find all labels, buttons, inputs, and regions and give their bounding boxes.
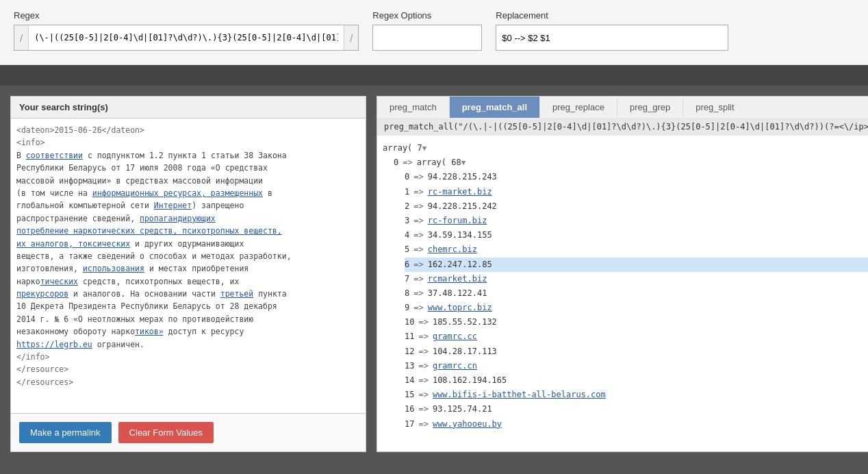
results-panel[interactable]: array( 7 ▼ 0 => array( 68 ▼ 0=>94.228.21…: [376, 136, 868, 452]
options-label: Regex Options: [372, 10, 482, 21]
replacement-input[interactable]: [496, 25, 728, 51]
link-narc2[interactable]: тиков»: [135, 327, 164, 336]
result-value[interactable]: www.toprc.biz: [428, 301, 492, 314]
outer-array-label: array( 7: [383, 142, 422, 155]
result-value: 185.55.52.132: [433, 316, 497, 329]
result-value[interactable]: www.bifis-i-batthet-all-belarus.com: [433, 388, 606, 401]
tab-preg-grep[interactable]: preg_grep: [617, 97, 683, 118]
left-panel: Your search string(s) <dateon>2015-06-26…: [10, 96, 366, 452]
outer-array-row: array( 7 ▼: [383, 141, 868, 155]
table-row: 6=>162.247.12.85: [405, 258, 868, 272]
result-value: 108.162.194.165: [433, 374, 507, 387]
result-index: 14: [405, 374, 414, 387]
para-text-1: В: [16, 151, 26, 160]
result-value: 94.228.215.243: [428, 171, 497, 184]
tab-preg-match-all[interactable]: preg_match_all: [450, 97, 540, 118]
result-value[interactable]: gramrc.cc: [433, 330, 477, 343]
result-arrow: =>: [418, 345, 428, 358]
regex-slash-right: /: [344, 25, 358, 50]
result-value: 162.247.12.85: [428, 258, 492, 271]
link-prekursor[interactable]: прекурсоров: [16, 289, 68, 299]
link-tretey[interactable]: третьей: [220, 289, 253, 299]
permalink-button[interactable]: Make a permalink: [19, 422, 112, 443]
options-field-group: Regex Options: [372, 10, 482, 51]
result-index: 1: [405, 186, 409, 199]
link-narc[interactable]: тических: [40, 277, 78, 286]
group0-expand-arrow[interactable]: ▼: [461, 157, 466, 169]
resource-close-tag: </resource>: [16, 364, 68, 374]
main-content: Your search string(s) <dateon>2015-06-26…: [0, 86, 868, 462]
link-info[interactable]: информационных ресурсах, размещенных: [92, 188, 263, 198]
group0-array: array( 68: [417, 156, 461, 169]
result-index: 10: [405, 316, 414, 329]
result-arrow: =>: [418, 403, 428, 416]
link-sootv[interactable]: соответствии: [26, 151, 83, 160]
result-arrow: =>: [413, 301, 423, 314]
group0-arrow: =>: [403, 156, 412, 169]
tab-preg-split[interactable]: preg_split: [683, 97, 746, 118]
table-row: 3=>rc-forum.biz: [405, 214, 868, 228]
result-value: 37.48.122.41: [428, 287, 487, 300]
link-potrebl[interactable]: потребление наркотических средств, психо…: [16, 226, 282, 236]
left-panel-title: Your search string(s): [11, 97, 366, 118]
clear-button[interactable]: Clear Form Values: [118, 422, 214, 443]
table-row: 2=>94.228.215.242: [405, 199, 868, 214]
info-open-tag: <info>: [16, 138, 45, 147]
table-row: 13=>gramrc.cn: [405, 359, 868, 373]
table-row: 9=>www.toprc.biz: [405, 301, 868, 315]
link-legrb[interactable]: https://legrb.eu: [16, 340, 92, 349]
dateon-tag: <dateon>2015-06-26</dateon>: [16, 125, 144, 135]
result-index: 15: [405, 388, 414, 401]
table-row: 16=>93.125.74.21: [405, 402, 868, 416]
link-propag[interactable]: пропагандирующих: [140, 214, 216, 223]
outer-expand-arrow[interactable]: ▼: [422, 142, 427, 155]
info-close-tag: </info>: [16, 352, 49, 362]
right-panel: preg_match preg_match_all preg_replace p…: [376, 96, 868, 452]
result-index: 0: [405, 171, 409, 184]
result-value[interactable]: rc-forum.biz: [428, 214, 487, 227]
result-value: 94.228.215.242: [428, 200, 497, 213]
result-value[interactable]: rc-market.biz: [428, 186, 492, 199]
group0-index: 0: [394, 156, 398, 169]
options-input[interactable]: [372, 25, 482, 51]
table-row: 5=>chemrc.biz: [405, 242, 868, 257]
link-analogs[interactable]: их аналогов, токсических: [16, 239, 130, 249]
result-index: 12: [405, 345, 414, 358]
result-value: 93.125.74.21: [433, 403, 492, 416]
result-arrow: =>: [418, 374, 428, 387]
result-value[interactable]: www.yahooeu.by: [433, 418, 502, 431]
bottom-buttons: Make a permalink Clear Form Values: [11, 413, 366, 451]
table-row: 15=>www.bifis-i-batthet-all-belarus.com: [405, 388, 868, 402]
result-value[interactable]: rcmarket.biz: [428, 273, 487, 286]
result-index: 8: [405, 287, 409, 300]
link-ispolz[interactable]: использования: [83, 264, 144, 273]
replacement-label: Replacement: [496, 10, 728, 21]
result-arrow: =>: [413, 229, 423, 242]
table-row: 14=>108.162.194.165: [405, 373, 868, 388]
regex-slash-left: /: [14, 25, 29, 50]
result-arrow: =>: [413, 287, 423, 300]
result-index: 2: [405, 200, 409, 213]
tab-preg-match[interactable]: preg_match: [377, 97, 450, 118]
result-arrow: =>: [413, 214, 423, 227]
result-value[interactable]: gramrc.cn: [433, 360, 477, 373]
result-value[interactable]: chemrc.biz: [428, 243, 477, 256]
regex-label: Regex: [14, 10, 359, 21]
result-index: 13: [405, 360, 414, 373]
search-text-area[interactable]: <dateon>2015-06-26</dateon> <info> В соо…: [11, 118, 366, 413]
tab-preg-replace[interactable]: preg_replace: [540, 97, 617, 118]
result-index: 3: [405, 214, 409, 227]
top-section: Regex / / Regex Options Replacement: [0, 0, 868, 65]
result-index: 17: [405, 418, 414, 431]
table-row: 17=>www.yahooeu.by: [405, 417, 868, 432]
result-value: 104.28.17.113: [433, 345, 497, 358]
group0-row: 0 => array( 68 ▼: [394, 155, 868, 170]
regex-input[interactable]: [29, 25, 344, 50]
result-index: 9: [405, 301, 409, 314]
result-index: 5: [405, 243, 409, 256]
result-arrow: =>: [413, 186, 423, 199]
table-row: 12=>104.28.17.113: [405, 345, 868, 359]
result-arrow: =>: [418, 360, 428, 373]
result-arrow: =>: [413, 171, 423, 184]
link-internet[interactable]: Интернет: [154, 201, 192, 210]
